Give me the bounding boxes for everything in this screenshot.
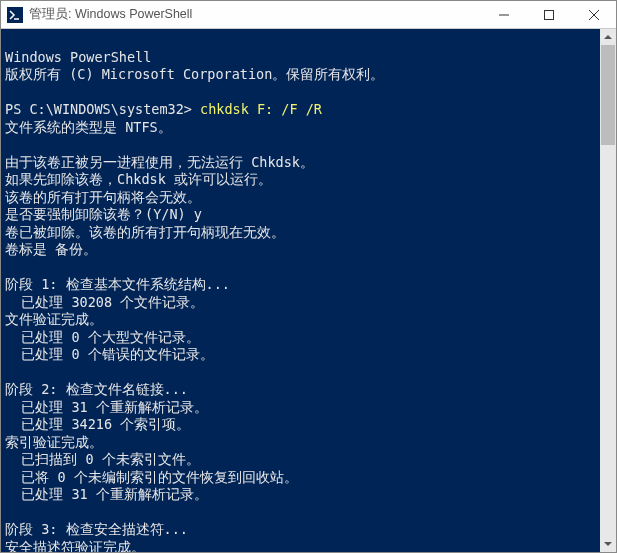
- minimize-button[interactable]: [481, 1, 526, 28]
- terminal-line: 阶段 1: 检查基本文件系统结构...: [5, 276, 230, 292]
- maximize-button[interactable]: [526, 1, 571, 28]
- prompt: PS C:\WINDOWS\system32>: [5, 101, 200, 117]
- powershell-icon: [7, 7, 23, 23]
- terminal-line: 已扫描到 0 个未索引文件。: [5, 451, 200, 467]
- terminal-line: Windows PowerShell: [5, 49, 151, 65]
- command-text: chkdsk F: /F /R: [200, 101, 322, 117]
- terminal-line: 安全描述符验证完成。: [5, 539, 145, 553]
- terminal-line: 是否要强制卸除该卷？(Y/N) y: [5, 206, 202, 222]
- terminal-area[interactable]: Windows PowerShell 版权所有 (C) Microsoft Co…: [1, 29, 616, 552]
- terminal-line: 如果先卸除该卷，Chkdsk 或许可以运行。: [5, 171, 272, 187]
- terminal-line: 文件系统的类型是 NTFS。: [5, 119, 172, 135]
- terminal-line: 阶段 2: 检查文件名链接...: [5, 381, 188, 397]
- close-button[interactable]: [571, 1, 616, 28]
- powershell-window: 管理员: Windows PowerShell Windows PowerShe…: [0, 0, 617, 553]
- scroll-down-arrow-icon[interactable]: [600, 536, 616, 552]
- svg-rect-3: [544, 10, 553, 19]
- terminal-line: 已处理 31 个重新解析记录。: [5, 486, 208, 502]
- terminal-line: 已处理 30208 个文件记录。: [5, 294, 204, 310]
- scroll-up-arrow-icon[interactable]: [600, 29, 616, 45]
- terminal-line: 已处理 34216 个索引项。: [5, 416, 190, 432]
- terminal-line: 卷已被卸除。该卷的所有打开句柄现在无效。: [5, 224, 285, 240]
- terminal-line: 已将 0 个未编制索引的文件恢复到回收站。: [5, 469, 298, 485]
- terminal-line: 版权所有 (C) Microsoft Corporation。保留所有权利。: [5, 66, 384, 82]
- terminal-line: 阶段 3: 检查安全描述符...: [5, 521, 188, 537]
- terminal-line: 索引验证完成。: [5, 434, 103, 450]
- terminal-line: 已处理 0 个大型文件记录。: [5, 329, 200, 345]
- terminal-line: 该卷的所有打开句柄将会无效。: [5, 189, 201, 205]
- window-title: 管理员: Windows PowerShell: [29, 6, 481, 23]
- terminal-line: 卷标是 备份。: [5, 241, 97, 257]
- window-controls: [481, 1, 616, 28]
- terminal-line: 由于该卷正被另一进程使用，无法运行 Chkdsk。: [5, 154, 314, 170]
- terminal-line: 已处理 31 个重新解析记录。: [5, 399, 208, 415]
- terminal-line: 文件验证完成。: [5, 311, 103, 327]
- scroll-thumb[interactable]: [601, 45, 615, 145]
- scrollbar[interactable]: [600, 29, 616, 552]
- terminal-line: 已处理 0 个错误的文件记录。: [5, 346, 214, 362]
- titlebar[interactable]: 管理员: Windows PowerShell: [1, 1, 616, 29]
